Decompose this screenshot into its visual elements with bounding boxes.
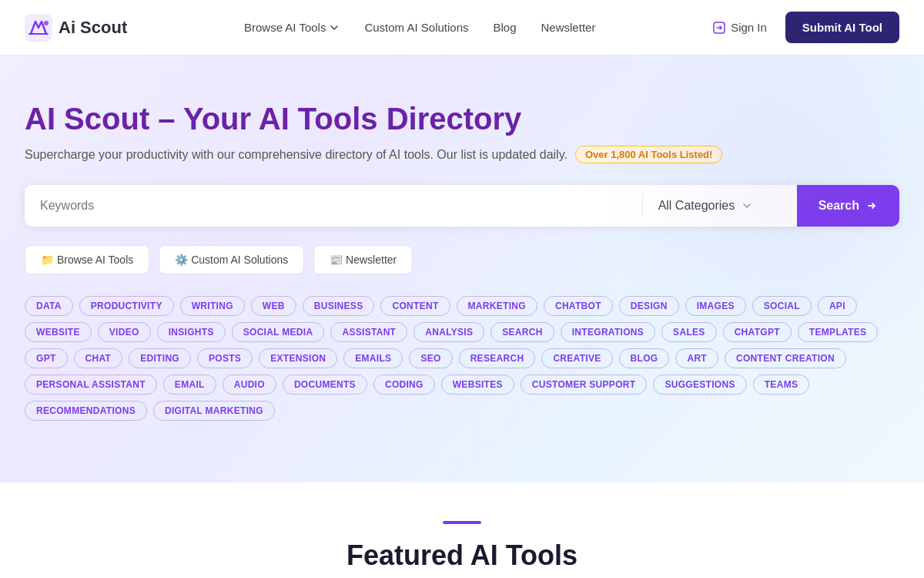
tag[interactable]: RECOMMENDATIONS <box>25 401 147 421</box>
featured-divider <box>443 521 481 524</box>
chevron-down-icon <box>329 22 340 33</box>
hero-subtitle-text: Supercharge your productivity with our c… <box>25 148 567 162</box>
signin-button[interactable]: Sign In <box>712 21 767 35</box>
tag[interactable]: SOCIAL MEDIA <box>232 322 325 342</box>
tag[interactable]: BUSINESS <box>303 296 375 316</box>
search-button-label: Search <box>819 199 859 213</box>
tag[interactable]: CUSTOMER SUPPORT <box>521 375 648 395</box>
tag[interactable]: SEO <box>409 348 452 368</box>
nav-blog[interactable]: Blog <box>494 21 517 34</box>
hero-badge: Over 1,800 AI Tools Listed! <box>575 146 722 163</box>
tags-container: DATAPRODUCTIVITYWRITINGWEBBUSINESSCONTEN… <box>25 296 899 421</box>
nav-browse[interactable]: Browse AI Tools <box>244 21 340 34</box>
tag[interactable]: WEB <box>251 296 296 316</box>
tag[interactable]: VIDEO <box>98 322 151 342</box>
tag[interactable]: SOCIAL <box>752 296 812 316</box>
tag[interactable]: SUGGESTIONS <box>653 375 746 395</box>
quick-link-button[interactable]: ⚙️ Custom AI Solutions <box>159 245 304 274</box>
tag[interactable]: SALES <box>661 322 717 342</box>
nav-links: Browse AI Tools Custom AI Solutions Blog… <box>244 21 595 35</box>
featured-section: Featured AI Tools Check out these amazin… <box>0 482 924 578</box>
tag[interactable]: DIGITAL MARKETING <box>153 401 275 421</box>
search-button[interactable]: Search <box>797 185 899 227</box>
tag[interactable]: EXTENSION <box>259 348 337 368</box>
tag[interactable]: DATA <box>25 296 73 316</box>
quick-link-button[interactable]: 📁 Browse AI Tools <box>25 245 149 274</box>
signin-label: Sign In <box>731 21 767 34</box>
logo-icon <box>25 14 52 42</box>
search-bar: All Categories Search <box>25 185 899 227</box>
logo-link[interactable]: Ai Scout <box>25 14 127 42</box>
tag[interactable]: GPT <box>25 348 68 368</box>
tag[interactable]: EMAILS <box>343 348 403 368</box>
tag[interactable]: WEBSITE <box>25 322 92 342</box>
search-divider <box>642 194 643 217</box>
submit-tool-button[interactable]: Submit AI Tool <box>785 12 899 43</box>
featured-title: Featured AI Tools <box>25 539 899 572</box>
category-select[interactable]: All Categories <box>643 185 797 227</box>
search-input[interactable] <box>25 185 642 227</box>
tag[interactable]: CHATGPT <box>723 322 792 342</box>
nav-custom[interactable]: Custom AI Solutions <box>364 21 468 34</box>
tag[interactable]: EMAIL <box>163 375 216 395</box>
tag[interactable]: DESIGN <box>619 296 679 316</box>
svg-point-1 <box>44 21 49 25</box>
tag[interactable]: POSTS <box>197 348 253 368</box>
tag[interactable]: CREATIVE <box>541 348 612 368</box>
quick-link-button[interactable]: 📰 Newsletter <box>313 245 413 274</box>
tag[interactable]: IMAGES <box>685 296 746 316</box>
tag[interactable]: TEMPLATES <box>798 322 878 342</box>
quick-links: 📁 Browse AI Tools⚙️ Custom AI Solutions📰… <box>25 245 899 274</box>
nav-right: Sign In Submit AI Tool <box>712 12 899 43</box>
search-arrow-icon <box>865 200 878 212</box>
logo-text: Ai Scout <box>59 18 127 38</box>
tag[interactable]: ASSISTANT <box>330 322 407 342</box>
tag[interactable]: DOCUMENTS <box>283 375 367 395</box>
hero-section: AI Scout – Your AI Tools Directory Super… <box>0 55 924 482</box>
navbar: Ai Scout Browse AI Tools Custom AI Solut… <box>0 0 924 55</box>
tag[interactable]: API <box>818 296 857 316</box>
tag[interactable]: CONTENT CREATION <box>725 348 846 368</box>
nav-browse-label: Browse AI Tools <box>244 21 326 34</box>
tag[interactable]: PRODUCTIVITY <box>79 296 174 316</box>
tag[interactable]: MARKETING <box>457 296 537 316</box>
tag[interactable]: WRITING <box>180 296 245 316</box>
tag[interactable]: ANALYSIS <box>413 322 484 342</box>
tag[interactable]: ART <box>675 348 718 368</box>
tag[interactable]: AUDIO <box>223 375 276 395</box>
tag[interactable]: WEBSITES <box>441 375 514 395</box>
tag[interactable]: SEARCH <box>490 322 554 342</box>
tag[interactable]: RESEARCH <box>459 348 536 368</box>
signin-icon <box>712 21 726 35</box>
tag[interactable]: CHATBOT <box>544 296 613 316</box>
tag[interactable]: BLOG <box>619 348 670 368</box>
category-label: All Categories <box>658 199 735 213</box>
tag[interactable]: TEAMS <box>753 375 810 395</box>
hero-title: AI Scout – Your AI Tools Directory <box>25 102 899 136</box>
tag[interactable]: INSIGHTS <box>157 322 226 342</box>
tag[interactable]: CODING <box>373 375 435 395</box>
hero-subtitle: Supercharge your productivity with our c… <box>25 146 899 163</box>
tag[interactable]: INTEGRATIONS <box>561 322 655 342</box>
nav-newsletter[interactable]: Newsletter <box>541 21 596 34</box>
tag[interactable]: PERSONAL ASSISTANT <box>25 375 157 395</box>
tag[interactable]: EDITING <box>129 348 191 368</box>
dropdown-icon <box>741 200 753 212</box>
tag[interactable]: CONTENT <box>380 296 450 316</box>
tag[interactable]: CHAT <box>74 348 123 368</box>
